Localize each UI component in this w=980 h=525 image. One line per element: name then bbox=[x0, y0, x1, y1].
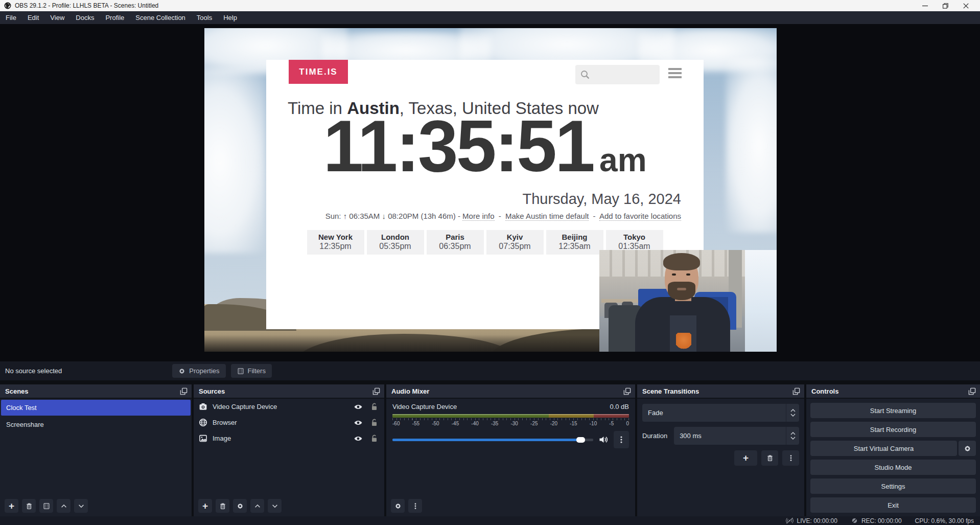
move-scene-down-button[interactable] bbox=[74, 499, 88, 513]
obs-logo-icon bbox=[4, 2, 11, 9]
source-label: Image bbox=[213, 435, 231, 442]
popout-icon[interactable] bbox=[180, 387, 188, 395]
popout-icon[interactable] bbox=[968, 387, 976, 395]
popout-icon[interactable] bbox=[372, 387, 380, 395]
remove-scene-button[interactable] bbox=[22, 499, 36, 513]
volume-slider-handle[interactable] bbox=[576, 437, 585, 443]
properties-button[interactable]: Properties bbox=[172, 364, 225, 378]
studio-mode-button[interactable]: Studio Mode bbox=[810, 460, 976, 475]
start-streaming-button[interactable]: Start Streaming bbox=[810, 403, 976, 418]
chevron-down-icon bbox=[790, 414, 796, 417]
source-item-video-capture[interactable]: Video Capture Device bbox=[194, 399, 384, 415]
filters-button[interactable]: Filters bbox=[231, 364, 272, 378]
popout-icon[interactable] bbox=[792, 387, 800, 395]
virtual-camera-settings-button[interactable] bbox=[959, 441, 976, 456]
visibility-eye-icon[interactable] bbox=[354, 418, 363, 427]
webcam-video-source[interactable] bbox=[599, 250, 777, 352]
duration-label: Duration bbox=[642, 432, 667, 440]
source-properties-button[interactable] bbox=[233, 499, 247, 513]
duration-spinbox[interactable]: 300 ms bbox=[674, 427, 799, 445]
tick-label: 0 bbox=[626, 421, 629, 426]
tick-label: -45 bbox=[452, 421, 459, 426]
settings-button[interactable]: Settings bbox=[810, 478, 976, 494]
menu-help[interactable]: Help bbox=[218, 11, 243, 24]
transitions-header: Scene Transitions bbox=[637, 384, 804, 399]
menu-docks[interactable]: Docks bbox=[70, 11, 100, 24]
add-scene-button[interactable]: + bbox=[5, 499, 18, 513]
audio-mixer-panel: Audio Mixer Video Capture Device 0.0 dB … bbox=[386, 384, 635, 516]
preview-area: TIME.IS Time in Austin, Texas, United St… bbox=[0, 24, 980, 361]
add-transition-button[interactable]: + bbox=[734, 450, 757, 466]
person-eye bbox=[672, 273, 676, 276]
city-name: Tokyo bbox=[611, 233, 658, 241]
speaker-icon[interactable] bbox=[598, 435, 609, 445]
menu-edit[interactable]: Edit bbox=[22, 11, 44, 24]
source-item-image[interactable]: Image bbox=[194, 430, 384, 446]
lock-icon[interactable] bbox=[370, 435, 378, 442]
timeis-search-box bbox=[575, 65, 660, 84]
source-label: Video Capture Device bbox=[213, 403, 277, 410]
transition-selected-value: Fade bbox=[642, 409, 663, 417]
transition-menu-button[interactable] bbox=[782, 450, 799, 466]
menu-file[interactable]: File bbox=[0, 11, 22, 24]
obs-window: OBS 29.1.2 - Profile: LLHLS BETA - Scene… bbox=[0, 0, 980, 525]
mixer-menu-button[interactable] bbox=[408, 499, 422, 513]
advanced-audio-button[interactable] bbox=[391, 499, 405, 513]
exit-button[interactable]: Exit bbox=[810, 497, 976, 513]
scene-preview-canvas[interactable]: TIME.IS Time in Austin, Texas, United St… bbox=[204, 28, 777, 352]
scenes-toolbar: + bbox=[0, 495, 192, 516]
lock-icon[interactable] bbox=[370, 403, 378, 410]
scenes-panel: Scenes Clock Test Screenshare + bbox=[0, 384, 192, 516]
move-source-up-button[interactable] bbox=[250, 499, 264, 513]
chevron-up-icon bbox=[790, 432, 796, 435]
select-arrows[interactable] bbox=[786, 404, 799, 422]
volume-slider[interactable] bbox=[392, 439, 593, 441]
menu-scene-collection[interactable]: Scene Collection bbox=[130, 11, 191, 24]
lock-icon[interactable] bbox=[370, 419, 378, 426]
city-time: 06:35pm bbox=[432, 242, 479, 251]
scene-item-screenshare[interactable]: Screenshare bbox=[1, 417, 191, 432]
source-item-browser[interactable]: Browser bbox=[194, 415, 384, 430]
meter-tick-marks bbox=[392, 418, 629, 420]
remove-source-button[interactable] bbox=[216, 499, 229, 513]
stream-inactive-icon bbox=[786, 517, 794, 524]
menu-tools[interactable]: Tools bbox=[191, 11, 218, 24]
gear-icon bbox=[964, 445, 971, 452]
menu-view[interactable]: View bbox=[44, 11, 70, 24]
source-context-toolbar: No source selected Properties Filters bbox=[0, 361, 980, 380]
transitions-title: Scene Transitions bbox=[642, 387, 699, 395]
minimize-button[interactable] bbox=[915, 0, 935, 11]
trash-icon bbox=[26, 503, 33, 510]
restore-button[interactable] bbox=[935, 0, 955, 11]
filters-label: Filters bbox=[248, 367, 266, 375]
visibility-eye-icon[interactable] bbox=[354, 434, 363, 443]
close-button[interactable] bbox=[955, 0, 976, 11]
dots-vertical-icon bbox=[787, 454, 795, 462]
live-time: LIVE: 00:00:00 bbox=[797, 517, 837, 524]
scene-filters-button[interactable] bbox=[39, 499, 53, 513]
popout-icon[interactable] bbox=[623, 387, 631, 395]
spin-arrows[interactable] bbox=[786, 427, 799, 445]
transition-select[interactable]: Fade bbox=[642, 404, 799, 422]
tick-label: -40 bbox=[471, 421, 478, 426]
make-default-link: Make Austin time default bbox=[505, 212, 589, 221]
chevron-down-icon bbox=[790, 437, 796, 440]
current-date: Thursday, May 16, 2024 bbox=[522, 191, 681, 208]
chevron-down-icon bbox=[78, 503, 85, 510]
mixer-channel-menu-button[interactable] bbox=[614, 431, 629, 448]
start-virtual-camera-button[interactable]: Start Virtual Camera bbox=[810, 441, 957, 456]
move-scene-up-button[interactable] bbox=[57, 499, 71, 513]
move-source-down-button[interactable] bbox=[268, 499, 282, 513]
start-recording-button[interactable]: Start Recording bbox=[810, 422, 976, 437]
menu-profile[interactable]: Profile bbox=[100, 11, 130, 24]
visibility-eye-icon[interactable] bbox=[354, 402, 363, 412]
scene-item-clock-test[interactable]: Clock Test bbox=[1, 400, 191, 416]
city-time: 12:35am bbox=[551, 242, 598, 251]
sources-toolbar: + bbox=[194, 495, 384, 516]
add-source-button[interactable]: + bbox=[198, 499, 212, 513]
remove-transition-button[interactable] bbox=[761, 450, 778, 466]
city-newyork: New York 12:35pm bbox=[307, 230, 364, 255]
chevron-up-icon bbox=[254, 503, 261, 510]
chevron-up-icon bbox=[790, 409, 796, 412]
scenes-title: Scenes bbox=[5, 387, 29, 395]
